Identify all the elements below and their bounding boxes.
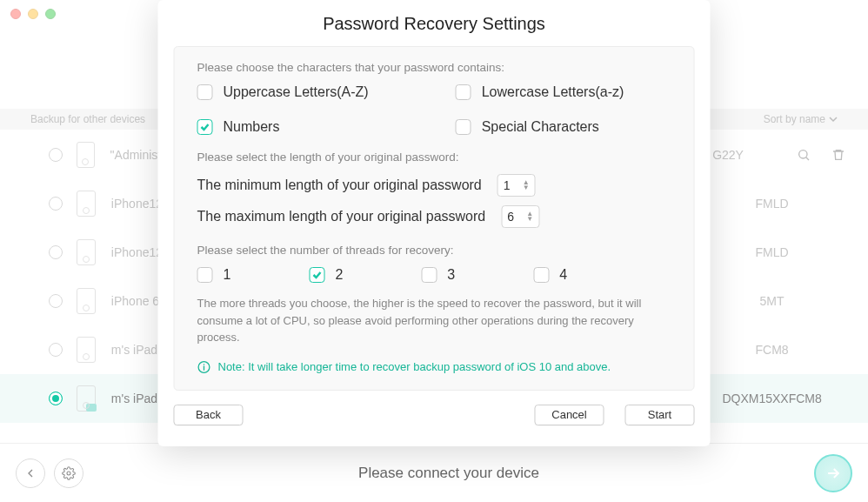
row-code: FCM8 <box>698 343 845 357</box>
max-length-value: 6 <box>507 210 514 224</box>
lowercase-label: Lowercase Letters(a-z) <box>482 84 624 100</box>
back-button[interactable]: Back <box>174 405 244 425</box>
checkbox-icon <box>197 84 213 100</box>
threads-hint: The more threads you choose, the higher … <box>197 295 671 346</box>
max-length-stepper[interactable]: 6 ▲▼ <box>501 205 539 228</box>
checkbox-icon <box>533 267 549 283</box>
checkbox-icon <box>421 267 437 283</box>
device-icon <box>77 142 95 168</box>
thread-label: 3 <box>447 267 455 283</box>
next-button[interactable] <box>814 454 852 492</box>
min-length-value: 1 <box>504 178 511 192</box>
thread-label: 2 <box>335 267 343 283</box>
note-text: Note: It will take longer time to recove… <box>218 360 611 373</box>
thread-label: 1 <box>224 267 231 283</box>
ios10-note: Note: It will take longer time to recove… <box>197 360 671 374</box>
radio-icon[interactable] <box>49 392 63 405</box>
radio-icon[interactable] <box>49 148 63 162</box>
chevron-down-icon <box>829 115 838 124</box>
min-length-label: The minimum length of your original pass… <box>197 177 482 193</box>
svg-point-0 <box>799 151 807 158</box>
max-length-label: The maximum length of your original pass… <box>197 209 486 224</box>
checkbox-icon <box>456 119 471 135</box>
special-label: Special Characters <box>482 119 599 135</box>
maximize-window-icon[interactable] <box>45 9 56 19</box>
device-icon <box>77 385 96 412</box>
numbers-label: Numbers <box>224 119 280 135</box>
gear-icon <box>62 466 76 480</box>
min-length-stepper[interactable]: 1 ▲▼ <box>497 174 536 197</box>
cancel-button[interactable]: Cancel <box>535 405 604 425</box>
checkbox-icon <box>197 267 213 283</box>
backup-other-devices-label: Backup for other devices <box>30 113 145 125</box>
modal-title: Password Recovery Settings <box>158 0 711 46</box>
stepper-arrows-icon: ▲▼ <box>526 211 533 222</box>
start-button[interactable]: Start <box>625 405 695 425</box>
threads-section-label: Please select the number of threads for … <box>197 244 671 257</box>
window-controls[interactable] <box>10 9 56 19</box>
device-icon <box>77 239 96 265</box>
radio-icon[interactable] <box>49 197 63 211</box>
checkbox-icon <box>197 119 213 135</box>
minimize-window-icon[interactable] <box>28 9 38 19</box>
thread-option-3[interactable]: 3 <box>421 267 455 283</box>
stepper-arrows-icon: ▲▼ <box>523 180 530 191</box>
sort-label: Sort by name <box>764 113 825 125</box>
lowercase-checkbox[interactable]: Lowercase Letters(a-z) <box>456 84 624 100</box>
svg-line-1 <box>806 157 809 160</box>
thread-label: 4 <box>559 267 567 283</box>
numbers-checkbox[interactable]: Numbers <box>197 119 369 135</box>
row-code: DQXM15XXFCM8 <box>698 392 845 405</box>
device-icon <box>77 191 96 217</box>
checkbox-icon <box>456 84 471 100</box>
svg-point-2 <box>67 472 70 475</box>
device-icon <box>77 288 96 314</box>
thread-option-2[interactable]: 2 <box>309 267 343 283</box>
thread-option-1[interactable]: 1 <box>197 267 231 283</box>
radio-icon[interactable] <box>49 245 63 259</box>
row-code: FMLD <box>698 245 845 259</box>
row-code: 5MT <box>698 294 845 308</box>
sort-dropdown[interactable]: Sort by name <box>764 113 838 125</box>
search-icon[interactable] <box>797 148 811 162</box>
uppercase-checkbox[interactable]: Uppercase Letters(A-Z) <box>197 84 369 100</box>
device-icon <box>77 337 96 363</box>
length-section-label: Please select the length of your origina… <box>197 151 671 164</box>
close-window-icon[interactable] <box>10 9 21 19</box>
uppercase-label: Uppercase Letters(A-Z) <box>224 84 369 100</box>
settings-button[interactable] <box>54 458 83 488</box>
row-code: FMLD <box>698 197 845 211</box>
radio-icon[interactable] <box>49 343 63 357</box>
back-nav-button[interactable] <box>16 458 45 488</box>
thread-option-4[interactable]: 4 <box>533 267 567 283</box>
info-icon <box>197 360 211 374</box>
connect-device-message: Please connect your device <box>358 465 539 482</box>
checkbox-icon <box>309 267 324 283</box>
radio-icon[interactable] <box>49 294 63 308</box>
arrow-left-icon <box>23 466 37 480</box>
arrow-right-icon <box>825 465 842 482</box>
trash-icon[interactable] <box>831 148 845 162</box>
password-recovery-modal: Password Recovery Settings Please choose… <box>158 0 711 446</box>
chars-section-label: Please choose the characters that your p… <box>197 61 671 74</box>
special-checkbox[interactable]: Special Characters <box>456 119 624 135</box>
